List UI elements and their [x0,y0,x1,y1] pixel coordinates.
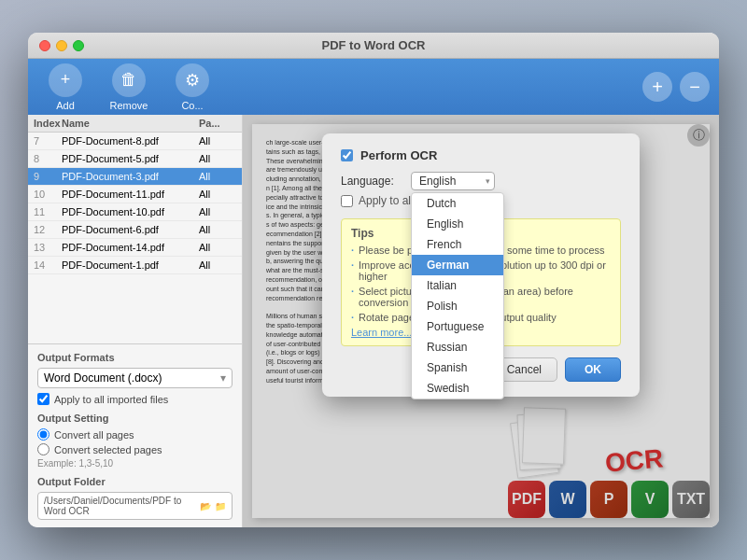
tips-bullet-4: · [351,312,354,323]
perform-ocr-label: Perform OCR [360,148,437,162]
language-dropdown[interactable]: Dutch English French German Italian Poli… [411,192,504,399]
perform-ocr-row: Perform OCR [341,148,621,162]
dropdown-item-dutch[interactable]: Dutch [412,193,503,214]
row-name: PDF-Document-5.pdf [62,153,199,164]
row-index: 13 [34,242,62,253]
perform-ocr-checkbox[interactable] [341,149,353,161]
dropdown-item-german[interactable]: German [412,255,503,275]
language-select-wrapper[interactable]: English ▾ Dutch English French German It… [411,172,495,190]
convert-selected-row: Convert selected pages [37,443,233,455]
current-language: English [419,175,456,188]
table-row[interactable]: 11 PDF-Document-10.pdf All [28,203,242,221]
dropdown-item-french[interactable]: French [412,234,503,255]
dropdown-item-italian[interactable]: Italian [412,275,503,296]
convert-icon: ⚙ [176,63,209,97]
table-row[interactable]: 7 PDF-Document-8.pdf All [28,133,242,150]
folder-path[interactable]: /Users/Daniel/Documents/PDF to Word OCR … [37,492,233,520]
dropdown-item-swedish[interactable]: Swedish [412,378,503,399]
window-title: PDF to Word OCR [322,38,426,52]
row-page: All [199,242,236,253]
format-selector[interactable]: Word Document (.docx) ▾ [37,368,233,388]
row-page: All [199,189,236,200]
row-name: PDF-Document-6.pdf [62,224,199,235]
remove-button[interactable]: 🗑 Remove [101,63,157,111]
apply-all-label: Apply to all imported files [54,394,168,405]
dropdown-item-polish[interactable]: Polish [412,296,503,316]
format-value: Word Document (.docx) [44,371,162,385]
language-select-display[interactable]: English [411,172,495,190]
convert-all-radio[interactable] [37,428,49,441]
title-bar: PDF to Word OCR [28,33,719,59]
dropdown-item-russian[interactable]: Russian [412,337,503,357]
apply-all-checkbox[interactable] [37,393,49,405]
traffic-lights [39,40,84,51]
output-setting: Output Setting Convert all pages Convert… [37,413,233,469]
remove-label: Remove [110,100,148,111]
minimize-button[interactable] [56,40,67,51]
convert-selected-label: Convert selected pages [54,444,162,455]
row-name: PDF-Document-8.pdf [62,135,199,147]
table-row[interactable]: 14 PDF-Document-1.pdf All [28,257,242,274]
row-index: 9 [34,171,62,182]
add-button[interactable]: + Add [37,63,93,111]
add-icon: + [49,63,82,97]
row-index: 11 [34,206,62,217]
example-text: Example: 1,3-5,10 [37,458,233,469]
right-panel: ch large-scale user-contributed photos c… [243,115,719,527]
toolbar: + Add 🗑 Remove ⚙ Co... + − [28,59,719,115]
row-name: PDF-Document-1.pdf [62,259,199,271]
apply-all-checkbox[interactable] [341,195,353,207]
folder-icons: 📂 📁 [200,501,226,511]
row-page: All [199,153,236,164]
convert-label: Co... [181,100,203,111]
row-page: All [199,135,236,147]
dropdown-item-english[interactable]: English [412,214,503,234]
row-index: 12 [34,224,62,235]
col-index: Index [34,118,62,129]
table-row[interactable]: 10 PDF-Document-11.pdf All [28,186,242,203]
row-name: PDF-Document-10.pdf [62,206,199,217]
output-folder: Output Folder /Users/Daniel/Documents/PD… [37,476,233,520]
table-header: Index Name Pa... [28,115,242,133]
col-name: Name [62,118,199,129]
maximize-button[interactable] [73,40,84,51]
apply-all-row: Apply to all imported files [37,393,233,405]
left-panel: Index Name Pa... 7 PDF-Document-8.pdf Al… [28,115,243,527]
dropdown-item-spanish[interactable]: Spanish [412,357,503,378]
zoom-in-button[interactable]: + [642,72,672,102]
remove-icon: 🗑 [112,63,146,97]
ok-button[interactable]: OK [565,357,621,382]
language-label: Language: [341,175,402,188]
file-table: Index Name Pa... 7 PDF-Document-8.pdf Al… [28,115,242,343]
row-page: All [199,224,236,235]
tips-bullet-3: · [351,286,354,297]
row-name: PDF-Document-3.pdf [62,171,199,182]
add-label: Add [56,100,75,111]
chevron-down-icon: ▾ [220,371,226,385]
convert-selected-radio[interactable] [37,443,49,455]
output-formats-label: Output Formats [37,352,233,363]
folder-path-value: /Users/Daniel/Documents/PDF to Word OCR [44,496,196,516]
convert-button[interactable]: ⚙ Co... [164,63,220,111]
table-row[interactable]: 13 PDF-Document-14.pdf All [28,239,242,257]
dropdown-item-portuguese[interactable]: Portuguese [412,316,503,337]
table-row[interactable]: 8 PDF-Document-5.pdf All [28,150,242,168]
table-row[interactable]: 12 PDF-Document-6.pdf All [28,221,242,239]
row-index: 10 [34,189,62,200]
ocr-dialog: Perform OCR Language: English ▾ Dutch [322,133,640,397]
convert-all-label: Convert all pages [54,429,134,441]
table-row[interactable]: 9 PDF-Document-3.pdf All [28,168,242,186]
folder-open-icon[interactable]: 📂 [200,501,211,511]
row-index: 14 [34,259,62,271]
zoom-out-button[interactable]: − [680,72,710,102]
dialog-overlay: Perform OCR Language: English ▾ Dutch [243,115,719,527]
tips-bullet-2: · [351,259,354,271]
tips-bullet-1: · [351,245,354,256]
row-index: 7 [34,135,62,147]
language-row: Language: English ▾ Dutch English French [341,172,621,190]
close-button[interactable] [39,40,50,51]
col-page: Pa... [199,118,236,129]
row-name: PDF-Document-14.pdf [62,242,199,253]
folder-icon[interactable]: 📁 [215,501,226,511]
row-name: PDF-Document-11.pdf [62,189,199,200]
